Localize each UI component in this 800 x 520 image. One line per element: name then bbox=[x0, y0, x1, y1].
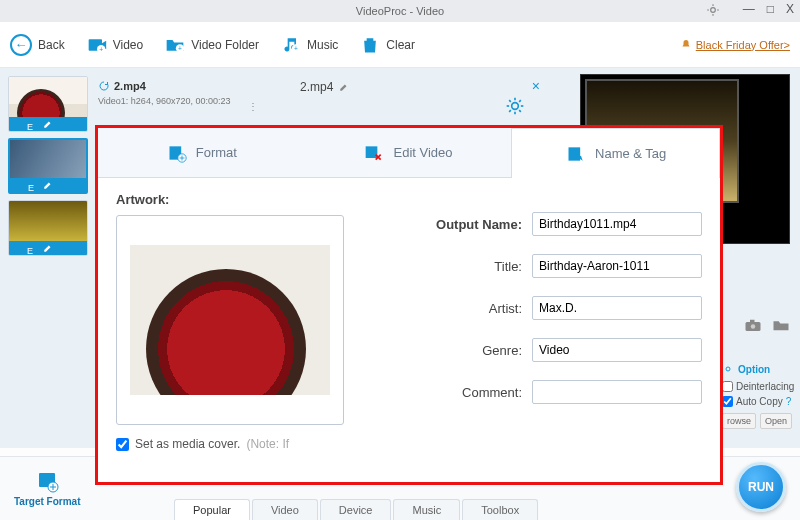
svg-point-22 bbox=[751, 324, 756, 329]
gear-icon bbox=[722, 363, 734, 375]
svg-point-12 bbox=[512, 103, 519, 110]
back-button[interactable]: ← Back bbox=[10, 34, 65, 56]
panel-tabs: Format Edit Video Name & Tag bbox=[98, 128, 720, 178]
svg-line-18 bbox=[519, 110, 521, 112]
output-name-input[interactable] bbox=[532, 212, 702, 236]
settings-icon[interactable] bbox=[706, 3, 720, 17]
open-button[interactable]: Open bbox=[760, 413, 792, 429]
genre-label: Genre: bbox=[482, 343, 522, 358]
artist-input[interactable] bbox=[532, 296, 702, 320]
target-format-icon bbox=[33, 470, 61, 494]
title-input[interactable] bbox=[532, 254, 702, 278]
help-icon[interactable]: ? bbox=[786, 396, 792, 407]
thumbnail-item-selected[interactable]: E bbox=[8, 138, 88, 194]
artwork-image bbox=[130, 245, 330, 395]
window-title: VideoProc - Video bbox=[356, 5, 444, 17]
main-toolbar: ← Back + Video + Video Folder + Music Cl… bbox=[0, 22, 800, 68]
maximize-button[interactable]: □ bbox=[767, 2, 774, 16]
auto-copy-checkbox[interactable] bbox=[722, 396, 733, 407]
set-cover-checkbox[interactable] bbox=[116, 438, 129, 451]
tab-edit-video[interactable]: Edit Video bbox=[305, 128, 512, 177]
svg-line-20 bbox=[519, 100, 521, 102]
name-tag-panel: Format Edit Video Name & Tag Artwork: Se… bbox=[95, 125, 723, 485]
preview-actions bbox=[730, 318, 790, 332]
more-icon[interactable]: ⋮ bbox=[248, 101, 258, 112]
folder-icon: + bbox=[165, 35, 185, 55]
svg-line-19 bbox=[509, 110, 511, 112]
music-icon: + bbox=[281, 35, 301, 55]
thumbnail-edit-strip[interactable]: E bbox=[10, 178, 86, 192]
svg-point-24 bbox=[726, 367, 730, 371]
back-arrow-icon: ← bbox=[10, 34, 32, 56]
titlebar: VideoProc - Video — □ X bbox=[0, 0, 800, 22]
pencil-icon bbox=[43, 119, 53, 129]
metadata-form: Output Name: Title: Artist: Genre: Comme… bbox=[364, 192, 702, 474]
thumbnail-item[interactable]: E bbox=[8, 200, 88, 256]
svg-text:+: + bbox=[178, 44, 182, 51]
target-format-button[interactable]: Target Format bbox=[14, 470, 81, 507]
file-name: 2.mp4 bbox=[114, 80, 146, 92]
options-panel: Option Deinterlacing Auto Copy? rowse Op… bbox=[722, 363, 792, 429]
item-settings-icon[interactable] bbox=[505, 96, 525, 120]
tag-icon bbox=[565, 144, 587, 164]
comment-label: Comment: bbox=[462, 385, 522, 400]
center-file-name: 2.mp4 bbox=[300, 80, 349, 94]
promo-link[interactable]: Black Friday Offer> bbox=[680, 39, 790, 51]
minimize-button[interactable]: — bbox=[743, 2, 755, 16]
run-button[interactable]: RUN bbox=[736, 462, 786, 512]
artist-label: Artist: bbox=[489, 301, 522, 316]
deinterlacing-checkbox[interactable] bbox=[722, 381, 733, 392]
svg-text:+: + bbox=[294, 44, 298, 51]
tab-format[interactable]: Format bbox=[98, 128, 305, 177]
svg-rect-23 bbox=[750, 320, 755, 323]
tab-name-tag[interactable]: Name & Tag bbox=[511, 128, 720, 178]
output-name-label: Output Name: bbox=[436, 217, 522, 232]
add-music-button[interactable]: + Music bbox=[281, 35, 338, 55]
media-thumbnail-list: E E E bbox=[8, 76, 88, 440]
bottom-tab-music[interactable]: Music bbox=[393, 499, 460, 520]
options-header[interactable]: Option bbox=[722, 363, 792, 375]
bottom-tab-toolbox[interactable]: Toolbox bbox=[462, 499, 538, 520]
genre-input[interactable] bbox=[532, 338, 702, 362]
add-video-button[interactable]: + Video bbox=[87, 35, 143, 55]
svg-point-0 bbox=[711, 8, 716, 13]
window-controls: — □ X bbox=[743, 2, 794, 16]
video-icon: + bbox=[87, 35, 107, 55]
trash-icon bbox=[360, 35, 380, 55]
svg-text:+: + bbox=[99, 45, 103, 52]
set-cover-row: Set as media cover.(Note: If bbox=[116, 437, 346, 451]
refresh-icon[interactable] bbox=[98, 80, 110, 92]
artwork-frame[interactable] bbox=[116, 215, 344, 425]
pencil-icon bbox=[43, 180, 53, 190]
clear-button[interactable]: Clear bbox=[360, 35, 415, 55]
artwork-label: Artwork: bbox=[116, 192, 346, 207]
bottom-tab-popular[interactable]: Popular bbox=[174, 499, 250, 520]
svg-rect-27 bbox=[366, 146, 378, 158]
title-label: Title: bbox=[494, 259, 522, 274]
browse-button[interactable]: rowse bbox=[722, 413, 756, 429]
close-item-button[interactable]: × bbox=[532, 78, 540, 94]
format-category-tabs: Popular Video Device Music Toolbox bbox=[174, 499, 538, 520]
bell-icon bbox=[680, 39, 692, 51]
svg-rect-28 bbox=[569, 147, 581, 160]
format-icon bbox=[166, 143, 188, 163]
pencil-icon bbox=[43, 243, 53, 253]
bottom-tab-video[interactable]: Video bbox=[252, 499, 318, 520]
thumbnail-edit-strip[interactable]: E bbox=[9, 117, 87, 131]
artwork-column: Artwork: Set as media cover.(Note: If bbox=[116, 192, 346, 474]
svg-line-17 bbox=[509, 100, 511, 102]
close-button[interactable]: X bbox=[786, 2, 794, 16]
camera-icon[interactable] bbox=[744, 318, 762, 332]
folder-open-icon[interactable] bbox=[772, 318, 790, 332]
thumbnail-item[interactable]: E bbox=[8, 76, 88, 132]
edit-video-icon bbox=[363, 143, 385, 163]
bottom-tab-device[interactable]: Device bbox=[320, 499, 392, 520]
comment-input[interactable] bbox=[532, 380, 702, 404]
add-video-folder-button[interactable]: + Video Folder bbox=[165, 35, 259, 55]
pencil-icon[interactable] bbox=[339, 82, 349, 92]
thumbnail-edit-strip[interactable]: E bbox=[9, 241, 87, 255]
